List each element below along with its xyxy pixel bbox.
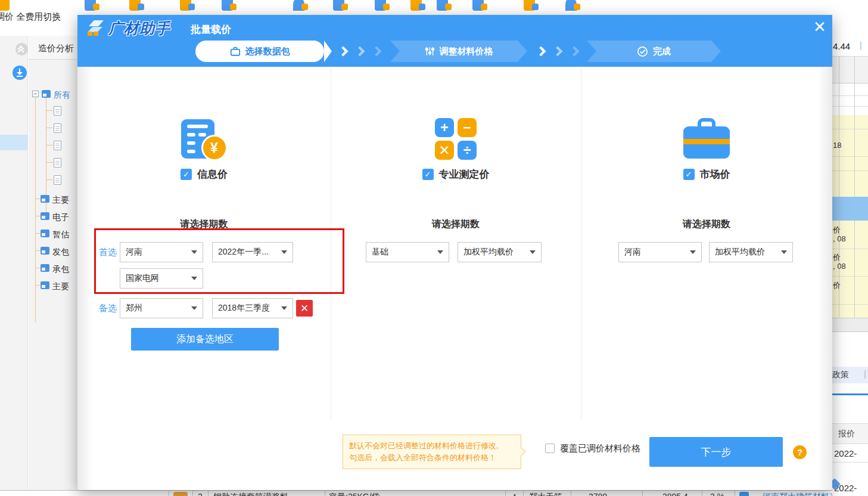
market-mode-select[interactable]: 加权平均载价 xyxy=(709,242,793,262)
cell-fragment: , 08 xyxy=(833,234,846,243)
toolbar-cards-icon[interactable] xyxy=(220,0,241,13)
caret-down-icon xyxy=(191,250,197,254)
step-indicator: 选择数据包 调整材料价格 xyxy=(77,41,832,62)
tree-item-label: 主要 xyxy=(52,195,69,206)
toolbar-binoculars-icon[interactable] xyxy=(292,0,312,13)
checkbox-unchecked[interactable] xyxy=(545,444,555,453)
grid-line xyxy=(192,491,193,496)
tree-stub xyxy=(35,285,41,286)
caret-down-icon xyxy=(191,277,197,280)
policy-row: 政策 | xyxy=(832,367,868,383)
overwrite-checkbox-row[interactable]: 覆盖已调价材料价格 xyxy=(545,441,640,455)
toolbar-compare-icon[interactable] xyxy=(374,0,394,13)
backup-region-select[interactable]: 郑州 xyxy=(120,298,203,318)
toolbar-notebook-icon[interactable] xyxy=(83,0,104,13)
primary-region-select[interactable]: 河南 xyxy=(120,242,203,262)
toolbar-scales-icon[interactable] xyxy=(179,0,199,13)
checkbox-checked-icon[interactable]: ✓ xyxy=(181,169,192,180)
market-price-column: ✓ 市场价 请选择期数 河南 加权平均载价 xyxy=(581,67,832,490)
select-value: 郑州 xyxy=(126,303,188,314)
toolbar-check-icon[interactable] xyxy=(332,0,352,13)
delete-backup-button[interactable]: ✕ xyxy=(296,300,313,317)
selected-table-row[interactable] xyxy=(832,197,868,221)
toolbar-label: 调价 全费用切换 xyxy=(0,11,61,23)
project-sidebar: 造价分析 − 所有 主要 电子 暂估 xyxy=(29,36,77,496)
period-title: 请选择期数 xyxy=(331,218,581,231)
step-finish[interactable]: 完成 xyxy=(587,41,721,62)
cell-fragment: 18 xyxy=(833,141,841,150)
tree-item-label: 发包 xyxy=(52,247,69,258)
step-adjust-prices[interactable]: 调整材料价格 xyxy=(390,41,527,62)
market-region-select[interactable]: 河南 xyxy=(618,242,702,262)
chevron-right-icon xyxy=(338,46,349,57)
backup-period-select[interactable]: 2018年三季度 xyxy=(212,298,293,318)
folder-icon xyxy=(41,281,49,289)
backup-label: 备选 xyxy=(99,303,117,314)
quote-header-label: 报价 xyxy=(838,429,855,439)
divide-icon: ÷ xyxy=(458,141,477,160)
collapse-panel-icon[interactable] xyxy=(15,43,28,55)
mode-select[interactable]: 加权平均载价 xyxy=(458,242,542,262)
tooltip-line: 默认不会对已经调整过的材料价格进行修改, xyxy=(349,440,515,452)
divider: | xyxy=(864,369,866,379)
base-select[interactable]: 基础 xyxy=(366,242,449,262)
professional-select-row: 基础 加权平均载价 xyxy=(331,242,581,262)
document-icon xyxy=(54,106,61,116)
dialog-header: 广材助手 批量载价 ✕ 选择数据包 xyxy=(77,15,832,67)
toolbar-search-icon[interactable] xyxy=(564,0,584,13)
batch-price-dialog: 广材助手 批量载价 ✕ 选择数据包 xyxy=(77,15,832,490)
document-icon xyxy=(54,158,61,168)
grid-line xyxy=(832,462,868,463)
policy-label: 政策 xyxy=(832,370,849,380)
material-table-row[interactable]: 2 钢肋连接套筒灌浆料 容量:25KG/袋 t 郑大天筑 3780 3895.4… xyxy=(0,490,832,496)
select-value: 国家电网 xyxy=(126,273,188,284)
tree-stub xyxy=(35,233,41,234)
summary-value: 4.44 xyxy=(833,41,850,51)
toolbar-edit-icon[interactable] xyxy=(471,0,491,13)
next-step-button[interactable]: 下一步 xyxy=(649,437,783,467)
tree-stub xyxy=(35,250,41,251)
market-price-toggle[interactable]: ✓ 市场价 xyxy=(581,168,832,181)
step-select-data-package[interactable]: 选择数据包 xyxy=(195,41,324,62)
add-backup-region-button[interactable]: 添加备选地区 xyxy=(131,328,279,351)
checkbox-checked-icon[interactable]: ✓ xyxy=(422,169,434,180)
document-icon xyxy=(54,123,61,133)
grid-line xyxy=(832,156,868,157)
toolbar-download-icon[interactable] xyxy=(128,0,148,13)
close-icon[interactable]: ✕ xyxy=(810,17,829,36)
grid-line xyxy=(523,491,524,496)
professional-price-toggle[interactable]: ✓ 专业测定价 xyxy=(331,168,581,181)
tree-item-label: 暂估 xyxy=(52,230,69,240)
tree-stub xyxy=(35,268,41,268)
supplier-link[interactable]: 河南郑大建筑材料有限公 xyxy=(763,492,832,496)
caret-down-icon xyxy=(281,306,287,310)
primary-period-select[interactable]: 2022年一季... xyxy=(212,242,293,262)
grid-line xyxy=(735,491,735,496)
grid-region-select[interactable]: 国家电网 xyxy=(120,268,203,289)
tab-cost-analysis[interactable]: 造价分析 xyxy=(38,43,74,54)
folder-icon xyxy=(41,195,49,203)
toolbar-list-icon[interactable] xyxy=(409,0,430,13)
chevron-right-icon xyxy=(372,46,382,57)
caret-down-icon xyxy=(690,250,696,254)
help-icon[interactable]: ? xyxy=(793,445,807,459)
checkbox-label: 信息价 xyxy=(197,168,228,181)
grid-line xyxy=(702,491,702,496)
grid-line xyxy=(832,129,868,129)
caret-down-icon xyxy=(437,250,443,254)
download-circle-icon[interactable] xyxy=(13,66,27,80)
grid-line xyxy=(832,170,868,171)
toolbar-squares-icon[interactable] xyxy=(435,0,456,13)
checkbox-checked-icon[interactable]: ✓ xyxy=(683,169,695,180)
sliders-icon xyxy=(425,46,435,57)
caret-down-icon xyxy=(281,250,287,254)
tree-expander-icon[interactable]: − xyxy=(32,91,39,97)
toolbar-icon[interactable] xyxy=(0,0,10,11)
detail-doc-icon[interactable] xyxy=(739,492,749,496)
tooltip-line: 勾选后，会载入全部符合条件的材料价格！ xyxy=(349,452,515,464)
info-price-toggle[interactable]: ✓ 信息价 xyxy=(77,168,331,181)
toolbar-user-add-icon[interactable] xyxy=(522,0,543,13)
grid-line xyxy=(832,249,868,249)
table-separator xyxy=(832,318,868,332)
select-value: 河南 xyxy=(126,247,188,258)
